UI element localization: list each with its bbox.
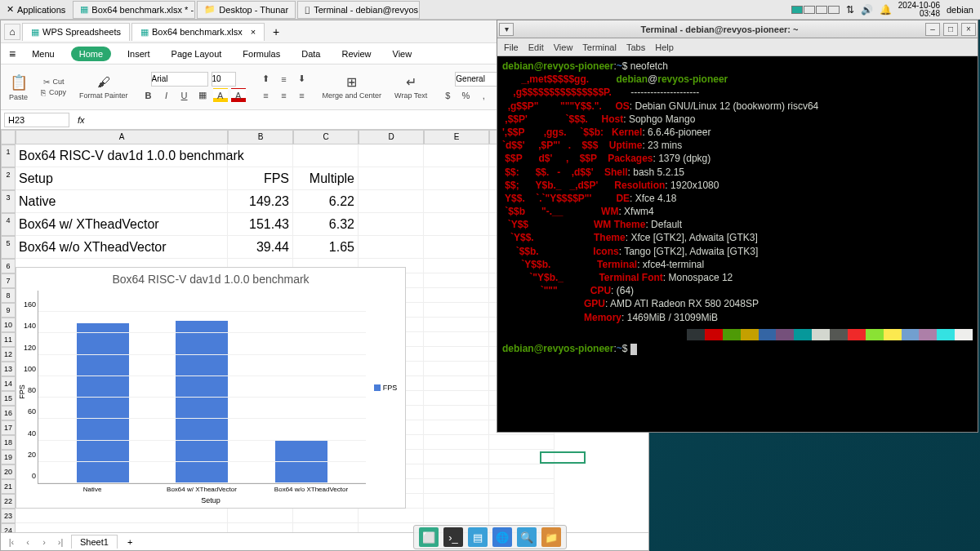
cell-E23[interactable] xyxy=(424,509,489,523)
cell-D23[interactable] xyxy=(359,509,424,523)
cell-E17[interactable] xyxy=(424,420,489,435)
col-D[interactable]: D xyxy=(359,130,424,144)
cell-E9[interactable] xyxy=(424,303,489,318)
cell-A2[interactable]: Setup xyxy=(16,167,228,190)
underline-button[interactable]: U xyxy=(177,88,192,103)
menu-view[interactable]: View xyxy=(554,42,573,52)
window-menu-icon[interactable]: ▾ xyxy=(499,23,514,36)
row-header[interactable]: 17 xyxy=(1,420,16,435)
cell-E4[interactable] xyxy=(424,213,489,236)
col-B[interactable]: B xyxy=(228,130,293,144)
comma-button[interactable]: , xyxy=(476,88,491,103)
cell-E20[interactable] xyxy=(424,464,489,479)
taskbar-item-terminal[interactable]: ⌷Terminal - debian@revyos... xyxy=(297,1,420,19)
cell-E21[interactable] xyxy=(424,479,489,494)
cell-B2[interactable]: FPS xyxy=(228,167,293,190)
row-header[interactable]: 16 xyxy=(1,406,16,420)
dock-search[interactable]: 🔍 xyxy=(517,527,537,547)
menu-menu[interactable]: Menu xyxy=(27,47,60,61)
cell-F20[interactable] xyxy=(489,464,555,479)
row-header[interactable]: 3 xyxy=(1,190,16,213)
row-header[interactable]: 24 xyxy=(1,523,16,532)
terminal-body[interactable]: debian@revyos-pioneer:~$ neofetch _,met$… xyxy=(497,56,978,358)
user-label[interactable]: debian xyxy=(947,5,973,15)
cell-A5[interactable]: Box64 w/o XTheadVector xyxy=(16,236,228,259)
cell-E18[interactable] xyxy=(424,435,489,450)
home-button[interactable]: ⌂ xyxy=(4,24,20,40)
app-tab[interactable]: ▦WPS Spreadsheets xyxy=(22,23,130,41)
add-sheet[interactable]: + xyxy=(122,535,137,549)
currency-button[interactable]: $ xyxy=(440,88,455,103)
font-color-button[interactable]: A xyxy=(231,88,246,103)
row-header[interactable]: 2 xyxy=(1,167,16,190)
cell-E7[interactable] xyxy=(424,273,489,288)
row-header[interactable]: 22 xyxy=(1,494,16,509)
cell-E6[interactable] xyxy=(424,259,489,273)
row-header[interactable]: 6 xyxy=(1,259,16,273)
terminal-titlebar[interactable]: ▾ Terminal - debian@revyos-pioneer: ~ – … xyxy=(497,20,978,38)
row-header[interactable]: 13 xyxy=(1,362,16,376)
row-header[interactable]: 21 xyxy=(1,479,16,494)
col-C[interactable]: C xyxy=(293,130,359,144)
dock-folder[interactable]: 📁 xyxy=(541,527,561,547)
row-header[interactable]: 15 xyxy=(1,391,16,406)
row-header[interactable]: 18 xyxy=(1,435,16,450)
cell-A1[interactable]: Box64 RISC-V dav1d 1.0.0 benchmark xyxy=(16,144,228,167)
cell-A24[interactable] xyxy=(16,523,228,532)
col-E[interactable]: E xyxy=(424,130,489,144)
network-icon[interactable]: ⇅ xyxy=(846,4,854,16)
row-header[interactable]: 23 xyxy=(1,509,16,523)
applications-menu[interactable]: ✕Applications xyxy=(0,0,72,20)
workspace-switcher[interactable] xyxy=(791,6,840,14)
dock-show-desktop[interactable]: ⬜ xyxy=(419,527,439,547)
cell-F21[interactable] xyxy=(489,479,555,494)
sheet-first[interactable]: |‹ xyxy=(6,537,17,547)
cell-D3[interactable] xyxy=(359,190,424,213)
dock-web[interactable]: 🌐 xyxy=(492,527,512,547)
cell-F22[interactable] xyxy=(489,494,555,509)
dock-terminal[interactable]: ›_ xyxy=(443,527,463,547)
file-tab[interactable]: ▦Box64 benchmark.xlsx× xyxy=(131,23,265,41)
fill-color-button[interactable]: A xyxy=(213,88,228,103)
row-header[interactable]: 1 xyxy=(1,144,16,167)
row-header[interactable]: 12 xyxy=(1,347,16,362)
menu-terminal[interactable]: Terminal xyxy=(582,42,617,52)
wrap-button[interactable]: ↵Wrap Text xyxy=(391,73,430,101)
cell-C23[interactable] xyxy=(293,509,359,523)
close-icon[interactable]: × xyxy=(251,27,256,37)
align-mid[interactable]: ≡ xyxy=(277,72,292,87)
align-top[interactable]: ⬆ xyxy=(259,72,274,87)
cell-B4[interactable]: 151.43 xyxy=(228,213,293,236)
menu-review[interactable]: Review xyxy=(336,47,376,61)
cell-E10[interactable] xyxy=(424,318,489,332)
cell-E11[interactable] xyxy=(424,332,489,347)
italic-button[interactable]: I xyxy=(159,88,174,103)
border-button[interactable]: ▦ xyxy=(195,88,210,103)
taskbar-item-wps[interactable]: ▦Box64 benchmark.xlsx * - ... xyxy=(73,1,195,19)
menu-pagelayout[interactable]: Page Layout xyxy=(167,47,227,61)
row-header[interactable]: 19 xyxy=(1,450,16,464)
sheet-tab-1[interactable]: Sheet1 xyxy=(71,535,118,549)
cell-C5[interactable]: 1.65 xyxy=(293,236,359,259)
cell-E16[interactable] xyxy=(424,406,489,420)
row-header[interactable]: 4 xyxy=(1,213,16,236)
row-header[interactable]: 7 xyxy=(1,273,16,288)
cell-E19[interactable] xyxy=(424,450,489,464)
row-header[interactable]: 20 xyxy=(1,464,16,479)
cell-E14[interactable] xyxy=(424,376,489,391)
sheet-next[interactable]: › xyxy=(38,537,50,547)
cell-B5[interactable]: 39.44 xyxy=(228,236,293,259)
bold-button[interactable]: B xyxy=(141,88,156,103)
align-bot[interactable]: ⬇ xyxy=(295,72,310,87)
cell-C24[interactable] xyxy=(293,523,359,532)
sheet-last[interactable]: ›| xyxy=(55,537,66,547)
sheet-prev[interactable]: ‹ xyxy=(22,537,33,547)
cell-A23[interactable] xyxy=(16,509,228,523)
dock-files[interactable]: ▤ xyxy=(468,527,488,547)
paste-icon[interactable]: 📋 xyxy=(10,73,28,91)
cell-C1[interactable] xyxy=(293,144,359,167)
cell-F23[interactable] xyxy=(489,509,555,523)
fx-icon[interactable]: fx xyxy=(73,115,90,125)
align-right[interactable]: ≡ xyxy=(295,88,310,103)
row-header[interactable]: 9 xyxy=(1,303,16,318)
